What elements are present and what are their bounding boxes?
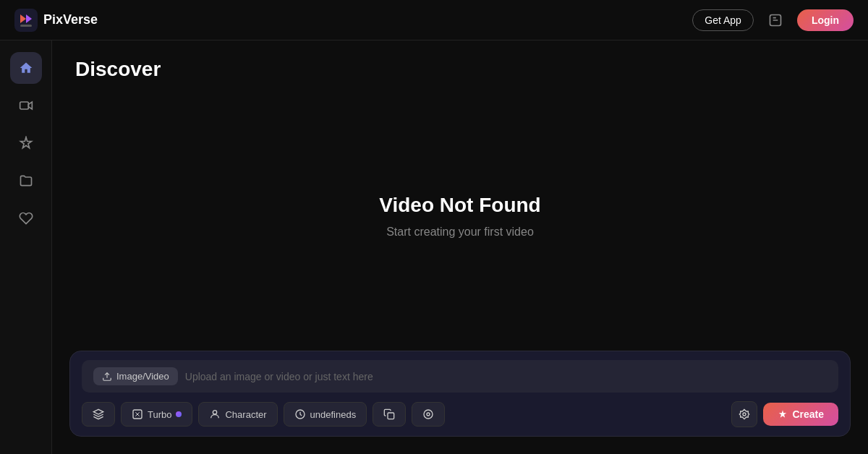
turbo-icon [132,408,143,420]
sidebar [0,40,52,454]
logo-icon [14,9,38,32]
undefined-icon [294,408,306,420]
create-sparkle-icon [778,409,788,419]
svg-point-9 [424,410,433,419]
bottom-area: Image/Video Upload an image or video or … [52,339,868,454]
settings-button[interactable] [731,401,757,427]
toolbar-container: Image/Video Upload an image or video or … [69,351,851,437]
svg-rect-8 [388,413,394,419]
svg-point-11 [743,413,746,416]
undefined-button[interactable]: undefineds [284,402,367,427]
character-icon [209,408,221,420]
buttons-row: Turbo Character [82,401,838,427]
header: PixVerse Get App Login [0,0,868,40]
notification-button[interactable] [762,7,788,33]
page-title: Discover [75,58,845,81]
svg-point-6 [213,411,217,414]
get-app-button[interactable]: Get App [692,9,754,31]
logo-area: PixVerse [14,9,98,32]
empty-state-title: Video Not Found [379,194,540,217]
copy-icon [383,408,395,420]
upload-label: Image/Video [116,371,169,382]
create-label: Create [792,408,824,420]
character-label: Character [225,409,266,420]
circle-button[interactable] [412,402,445,427]
character-button[interactable]: Character [198,402,277,427]
cube-button[interactable] [82,402,115,427]
content-area: Discover Video Not Found Start creating … [52,40,868,454]
sidebar-item-sparkle[interactable] [10,127,42,159]
page-header: Discover [52,40,868,93]
settings-icon [739,408,750,420]
svg-point-10 [427,413,430,416]
input-placeholder: Upload an image or video or just text he… [185,371,373,382]
sidebar-item-favorites[interactable] [10,202,42,234]
svg-rect-1 [20,25,32,27]
svg-rect-3 [20,102,28,109]
cube-icon [93,408,104,420]
empty-state: Video Not Found Start creating your firs… [52,93,868,339]
circle-icon [422,408,434,420]
empty-state-subtitle: Start creating your first video [386,226,534,239]
sidebar-item-folder[interactable] [10,165,42,197]
login-button[interactable]: Login [797,9,854,31]
sidebar-item-home[interactable] [10,52,42,84]
undefined-label: undefineds [310,409,357,420]
main-layout: Discover Video Not Found Start creating … [0,40,868,454]
input-row: Image/Video Upload an image or video or … [82,360,838,393]
upload-icon [102,372,112,382]
turbo-label: Turbo [148,409,171,420]
copy-button[interactable] [373,402,406,427]
header-right: Get App Login [692,7,854,33]
logo-text: PixVerse [43,12,98,27]
turbo-button[interactable]: Turbo [121,402,192,427]
turbo-badge [176,411,182,417]
sidebar-item-video[interactable] [10,90,42,121]
create-button[interactable]: Create [763,403,838,426]
upload-button[interactable]: Image/Video [93,367,178,385]
